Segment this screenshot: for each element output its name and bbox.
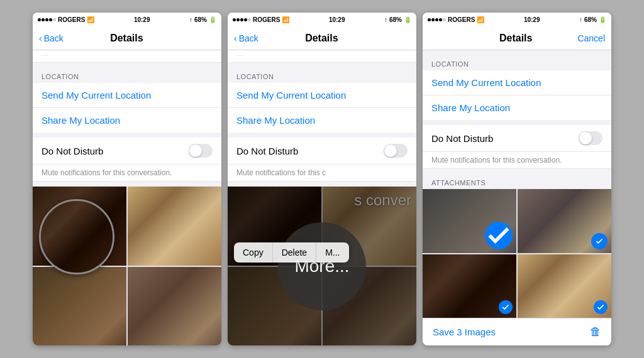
- carrier-label-3: ROGERS: [448, 16, 475, 23]
- mute-text-1: Mute notifications for this conversation…: [33, 165, 221, 182]
- signal-dot: [435, 18, 438, 21]
- wifi-icon-1: 📶: [87, 16, 94, 23]
- battery-label-3: 68%: [584, 16, 597, 23]
- bottom-bar-3: Save 3 Images 🗑: [423, 318, 611, 345]
- scroll-hint-1: ⋯: [33, 50, 221, 63]
- spacer-7: [423, 50, 611, 55]
- signal-dot: [240, 18, 243, 21]
- more-btn-2[interactable]: M...: [316, 242, 348, 263]
- battery-label-1: 68%: [194, 16, 207, 23]
- dnd-group-2: Do Not Disturb Mute notifications for th…: [228, 138, 416, 182]
- photo-cell-1b: [128, 187, 221, 266]
- status-left-3: ROGERS 📶: [428, 16, 484, 23]
- spacer-5: [228, 133, 416, 138]
- photo-cell-1c: [33, 267, 126, 346]
- send-location-btn-3[interactable]: Send My Current Location: [423, 70, 611, 95]
- carrier-label-1: ROGERS: [58, 16, 85, 23]
- carrier-label-2: ROGERS: [253, 16, 280, 23]
- circle-inner-1: [41, 201, 113, 273]
- mute-text-3: Mute notifications for this conversation…: [423, 152, 611, 169]
- arrow-icon-3: ↑: [579, 16, 582, 23]
- spacer-3: [33, 182, 221, 187]
- time-label-1: 10:29: [134, 16, 150, 23]
- back-label-1: Back: [44, 33, 64, 43]
- signal-dot: [431, 18, 435, 21]
- back-chevron-icon-2: ‹: [234, 33, 237, 43]
- send-location-btn-1[interactable]: Send My Current Location: [33, 83, 221, 108]
- signal-dot: [439, 18, 442, 21]
- dnd-toggle-1[interactable]: [189, 144, 213, 158]
- more-overlay-2: More...: [228, 187, 416, 345]
- mute-text-2: Mute notifications for this c: [228, 165, 416, 182]
- signal-dots-1: [38, 18, 56, 21]
- photo-cell-1d: [128, 267, 221, 346]
- signal-dot: [244, 18, 247, 21]
- photo-grid-2: More... Copy Delete M... s conver: [228, 187, 416, 345]
- dnd-toggle-2[interactable]: [384, 144, 408, 158]
- toggle-knob-3: [579, 132, 592, 144]
- back-chevron-icon-1: ‹: [39, 33, 42, 43]
- signal-dots-3: [428, 18, 446, 21]
- spacer-1: [33, 63, 221, 68]
- checkmark-badge-3d: [594, 300, 608, 314]
- trash-icon-3[interactable]: 🗑: [590, 325, 601, 339]
- dnd-toggle-3[interactable]: [579, 131, 602, 145]
- attachments-header-3: ATTACHMENTS: [423, 174, 611, 189]
- cancel-button-3[interactable]: Cancel: [577, 33, 605, 43]
- location-header-3: LOCATION: [423, 55, 611, 70]
- nav-title-1: Details: [110, 33, 143, 44]
- dnd-label-1: Do Not Disturb: [42, 146, 103, 156]
- share-location-btn-1[interactable]: Share My Location: [33, 108, 221, 133]
- spacer-6: [228, 182, 416, 187]
- location-group-1: Send My Current Location Share My Locati…: [33, 83, 221, 133]
- photo-cell-3c[interactable]: [423, 254, 516, 318]
- arrow-icon-1: ↑: [189, 16, 192, 23]
- delete-btn-2[interactable]: Delete: [273, 242, 316, 263]
- checkmark-badge-3b: [591, 233, 608, 249]
- back-button-2[interactable]: ‹ Back: [234, 33, 258, 43]
- scroll-hint-text-1: ⋯: [42, 52, 48, 60]
- signal-dot: [233, 18, 236, 21]
- back-button-1[interactable]: ‹ Back: [39, 33, 64, 43]
- nav-bar-3: Details Cancel: [423, 26, 611, 50]
- spacer-2: [33, 133, 221, 138]
- share-location-btn-2[interactable]: Share My Location: [228, 108, 416, 133]
- dnd-row-2: Do Not Disturb: [228, 138, 416, 165]
- share-location-btn-3[interactable]: Share My Location: [423, 95, 611, 120]
- screenshots-container: ROGERS 📶 10:29 ↑ 68% 🔋 ‹ Back Details ⋯: [0, 0, 644, 358]
- large-checkmark-3: [485, 222, 513, 249]
- wifi-icon-2: 📶: [282, 16, 289, 23]
- screen-3: ROGERS 📶 10:29 ↑ 68% 🔋 Details Cancel LO…: [423, 13, 611, 345]
- photo-cell-3a[interactable]: [423, 189, 516, 253]
- magnifier-circle-1: [39, 199, 114, 274]
- nav-title-2: Details: [305, 33, 338, 44]
- copy-btn-2[interactable]: Copy: [234, 242, 273, 263]
- signal-dot: [45, 18, 48, 21]
- photo-cell-3b[interactable]: [518, 189, 611, 253]
- signal-dots-2: [233, 18, 251, 21]
- save-images-btn-3[interactable]: Save 3 Images: [433, 327, 496, 337]
- toggle-knob-1: [189, 144, 202, 157]
- battery-icon-2: 🔋: [404, 16, 411, 23]
- status-bar-2: ROGERS 📶 10:29 ↑ 68% 🔋: [228, 13, 416, 26]
- battery-label-2: 68%: [389, 16, 402, 23]
- status-bar-3: ROGERS 📶 10:29 ↑ 68% 🔋: [423, 13, 611, 26]
- spacer-9: [423, 169, 611, 174]
- nav-bar-1: ‹ Back Details: [33, 26, 221, 50]
- scroll-hint-text-2: ⋯: [236, 52, 243, 60]
- photo-cell-3d[interactable]: [518, 254, 611, 318]
- time-label-3: 10:29: [524, 16, 540, 23]
- scroll-hint-2: ⋯: [228, 50, 416, 63]
- dnd-label-3: Do Not Disturb: [431, 133, 493, 144]
- signal-dot: [248, 18, 251, 21]
- battery-icon-1: 🔋: [209, 16, 216, 23]
- more-circle-2: More...: [278, 222, 366, 310]
- status-right-3: ↑ 68% 🔋: [579, 16, 606, 23]
- signal-dot: [443, 18, 446, 21]
- dnd-group-1: Do Not Disturb Mute notifications for th…: [33, 138, 221, 182]
- send-location-btn-2[interactable]: Send My Current Location: [228, 83, 416, 108]
- spacer-8: [423, 120, 611, 125]
- status-left-1: ROGERS 📶: [38, 16, 94, 23]
- photo-grid-3: [423, 189, 611, 318]
- arrow-icon-2: ↑: [384, 16, 387, 23]
